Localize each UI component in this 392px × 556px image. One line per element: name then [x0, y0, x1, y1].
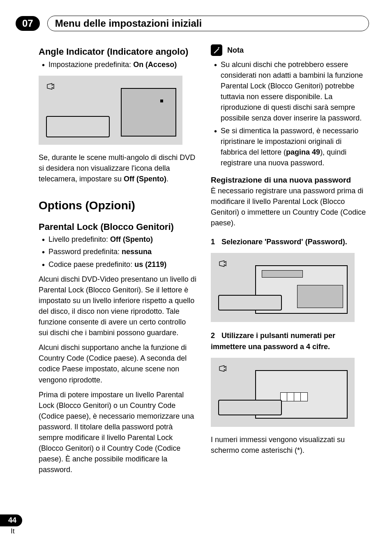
note-bullet-list: Su alcuni dischi che potrebbero essere c… [211, 59, 369, 168]
parental-bullet-list: Livello predefinito: Off (Spento) Passwo… [39, 234, 197, 269]
digit-box [300, 392, 308, 401]
camera-icon [46, 83, 55, 91]
page-footer: 44 It [0, 514, 22, 535]
note-header: Nota [211, 44, 369, 56]
chapter-header: 07 Menu delle impostazioni iniziali [16, 16, 369, 31]
step-number: 1 [211, 236, 221, 247]
list-item: Password predefinita: nessuna [48, 246, 197, 257]
sub-box [297, 285, 343, 308]
heading-options: Options (Opzioni) [39, 199, 197, 212]
screenshot-window [121, 88, 176, 137]
list-item: Codice paese predefinito: us (2119) [48, 259, 197, 270]
screenshot-password-select [211, 253, 355, 322]
heading-angle-indicator: Angle Indicator (Indicatore angolo) [39, 46, 197, 58]
chapter-title: Menu delle impostazioni iniziali [55, 18, 361, 29]
list-item: Livello predefinito: Off (Spento) [48, 234, 197, 245]
bullet-text: Impostazione predefinita: [48, 60, 133, 69]
right-column: Nota Su alcuni dischi che potrebbero ess… [211, 44, 369, 479]
bullet-bold: Off (Spento) [110, 235, 153, 243]
paragraph-parental-1: Alcuni dischi DVD-Video presentano un li… [39, 274, 197, 338]
text-bold: pagina 49 [286, 148, 320, 156]
step-text: Selezionare 'Password' (Password). [221, 238, 347, 246]
digit-box [294, 392, 301, 401]
heading-parental-lock: Parental Lock (Blocco Genitori) [39, 221, 197, 233]
text-bold: Off (Spento) [124, 175, 166, 183]
paragraph-angle-desc: Se, durante le scene multi-angolo di dis… [39, 152, 197, 184]
step-2: 2Utilizzare i pulsanti numerati per imme… [211, 330, 369, 352]
bullet-bold: us (2119) [134, 260, 166, 269]
bullet-bold: nessuna [122, 248, 152, 256]
paragraph-parental-2: Alcuni dischi supportano anche la funzio… [39, 342, 197, 385]
step-text: Utilizzare i pulsanti numerati per immet… [211, 331, 335, 350]
camera-icon [218, 260, 227, 269]
paragraph-asterisks: I numeri immessi vengono visualizzati su… [211, 434, 369, 456]
digit-box [287, 392, 294, 401]
bullet-text: Livello predefinito: [48, 235, 110, 243]
list-item: Impostazione predefinita: On (Acceso) [48, 59, 197, 70]
content-columns: Angle Indicator (Indicatore angolo) Impo… [23, 44, 369, 479]
left-column: Angle Indicator (Indicatore angolo) Impo… [39, 44, 197, 479]
chapter-title-container: Menu delle impostazioni iniziali [47, 16, 369, 31]
dot-icon [160, 100, 163, 102]
screenshot-password-enter [211, 358, 355, 427]
password-digit-boxes [281, 392, 308, 401]
language-code: It [11, 527, 22, 535]
note-icon [211, 44, 222, 56]
step-number: 2 [211, 330, 221, 341]
angle-bullet-list: Impostazione predefinita: On (Acceso) [39, 59, 197, 70]
list-item: Se si dimentica la password, è necessari… [221, 125, 369, 168]
list-item: Su alcuni dischi che potrebbero essere c… [221, 59, 369, 124]
text: . [166, 175, 168, 183]
step-1: 1Selezionare 'Password' (Password). [211, 236, 369, 247]
bullet-text: Password predefinita: [48, 248, 122, 256]
disc-panel [218, 400, 282, 415]
page-number-badge: 44 [0, 514, 22, 526]
chapter-number-badge: 07 [16, 16, 40, 31]
note-label: Nota [227, 46, 244, 55]
bullet-text: Codice paese predefinito: [48, 260, 134, 269]
paragraph-register: È necessario registrare una password pri… [211, 185, 369, 228]
camera-icon [218, 365, 227, 373]
screenshot-angle [39, 76, 182, 145]
paragraph-parental-3: Prima di potere impostare un livello Par… [39, 389, 197, 475]
heading-register-password: Registrazione di una nuova password [211, 176, 369, 185]
text: Se, durante le scene multi-angolo di dis… [39, 153, 195, 183]
disc-panel [218, 295, 282, 310]
field-box [262, 270, 303, 278]
screenshot-panel [46, 116, 110, 137]
bullet-bold: On (Acceso) [133, 60, 177, 69]
